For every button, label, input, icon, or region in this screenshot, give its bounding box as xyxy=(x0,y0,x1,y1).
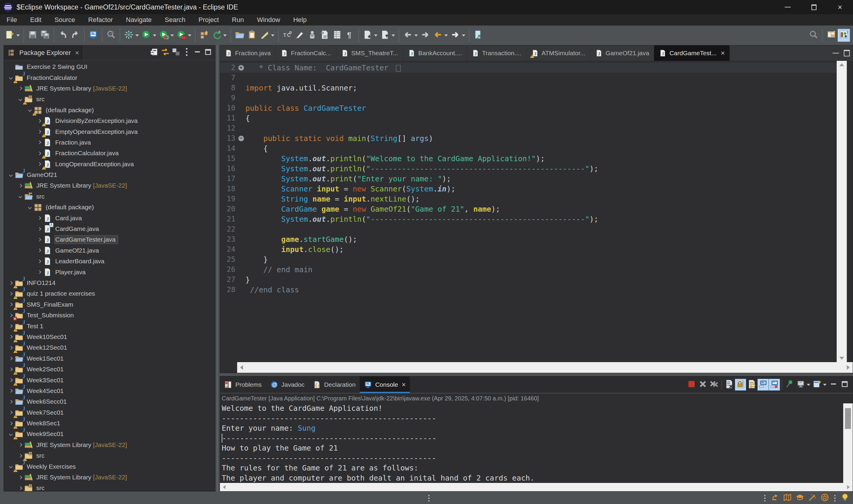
toolbar-last-edit-button[interactable] xyxy=(472,29,484,42)
tree-item-exercise-2-swing-gui[interactable]: Exercise 2 Swing GUI xyxy=(4,61,215,72)
code-editor[interactable]: 2+ * Class Name: CardGameTester 78import… xyxy=(220,61,853,362)
toolbar-doc-pair-button[interactable] xyxy=(319,29,331,42)
run-dropdown-icon[interactable] xyxy=(153,34,157,36)
tree-item-player-java[interactable]: JPlayer.java xyxy=(4,267,215,277)
tree-item--default-package-[interactable]: (default package) xyxy=(4,105,215,115)
statusbar-drag-handle[interactable] xyxy=(428,494,430,502)
chevron-right-icon[interactable] xyxy=(37,141,41,145)
tree-item-weekly-exercises[interactable]: Weekly Exercises xyxy=(4,461,215,472)
tree-item-src[interactable]: src xyxy=(4,191,215,202)
tree-item-jre-system-library-[interactable]: JRE System Library [JavaSE-22] xyxy=(4,472,215,483)
chevron-right-icon[interactable] xyxy=(18,454,22,458)
tree-item--default-package-[interactable]: (default package) xyxy=(4,202,215,213)
chevron-right-icon[interactable] xyxy=(37,238,41,241)
tree-item-info1214[interactable]: INFO1214 xyxy=(4,277,215,288)
tree-item-src[interactable]: src xyxy=(4,450,215,461)
console-terminate-button[interactable] xyxy=(686,379,697,391)
console-remove-button[interactable] xyxy=(697,379,708,391)
toolbar-up-doc-button[interactable] xyxy=(379,29,391,42)
tree-item-quiz-1-practice-exercises[interactable]: quiz 1 practice exercises xyxy=(4,288,215,299)
menu-help[interactable]: Help xyxy=(287,16,313,24)
fold-expand-icon[interactable]: + xyxy=(238,65,244,71)
tree-item-jre-system-library-[interactable]: JRE System Library [JavaSE-22] xyxy=(4,83,215,94)
scroll-left-icon[interactable] xyxy=(240,365,243,370)
editor-horizontal-scrollbar[interactable] xyxy=(237,362,853,373)
chevron-right-icon[interactable] xyxy=(9,335,13,339)
chevron-right-icon[interactable] xyxy=(9,292,13,295)
fold-collapse-icon[interactable]: − xyxy=(238,136,244,141)
chevron-right-icon[interactable] xyxy=(9,411,13,414)
menu-refactor[interactable]: Refactor xyxy=(81,16,119,24)
minimize-view-icon[interactable] xyxy=(833,53,839,53)
toolbar-doc-table-button[interactable] xyxy=(331,29,343,42)
chevron-right-icon[interactable] xyxy=(9,313,13,317)
chevron-right-icon[interactable] xyxy=(37,130,41,133)
explorer-maximize-button[interactable] xyxy=(203,48,213,58)
menu-run[interactable]: Run xyxy=(225,16,250,24)
tree-item-src[interactable]: src xyxy=(4,94,215,105)
chevron-right-icon[interactable] xyxy=(9,303,13,306)
tree-item-gameof21[interactable]: GameOf21 xyxy=(4,169,215,180)
chevron-right-icon[interactable] xyxy=(9,281,13,285)
toolbar-pen-button[interactable] xyxy=(293,29,306,42)
editor-tab-fractioncalc-[interactable]: JFractionCalc... xyxy=(276,46,336,61)
toolbar-fwd-button[interactable] xyxy=(449,29,461,42)
view-tab-javadoc[interactable]: @Javadoc xyxy=(266,376,309,393)
tree-item-longoperandexception-java[interactable]: JLongOperandException.java xyxy=(4,159,215,169)
tree-item-divisionbyzeroexception-java[interactable]: JDivisionByZeroException.java xyxy=(4,115,215,126)
up-doc-dropdown-icon[interactable] xyxy=(392,34,395,36)
console-output[interactable]: Welcome to the CardGame Application!----… xyxy=(220,403,843,483)
tree-item-week9sec01[interactable]: Week9Sec01 xyxy=(4,429,215,439)
toolbar-persp-new-button[interactable] xyxy=(825,29,838,42)
console-remove-all-button[interactable] xyxy=(708,379,720,391)
toolbar-persp-java-button[interactable]: J xyxy=(838,29,850,42)
tree-item-card-java[interactable]: JCard.java xyxy=(4,213,215,223)
tree-item-test-submission[interactable]: Test_Submission xyxy=(4,310,215,321)
toolbar-back-button[interactable] xyxy=(402,29,414,42)
toolbar-search-mag-button[interactable] xyxy=(807,29,820,42)
tree-item-week3sec01[interactable]: Week3Sec01 xyxy=(4,375,215,385)
console-maximize-button[interactable] xyxy=(839,379,850,391)
tree-item-sms-finalexam[interactable]: SMS_FinalExam xyxy=(4,299,215,310)
tree-item-week6secc01[interactable]: Week6Secc01 xyxy=(4,396,215,407)
tree-item-week10sec01[interactable]: Week10Sec01 xyxy=(4,331,215,342)
console-pin-button[interactable] xyxy=(784,379,795,391)
close-button[interactable]: × xyxy=(827,0,853,14)
editor-tab-transaction-[interactable]: JTransaction.... xyxy=(467,46,526,61)
close-view-icon[interactable]: × xyxy=(75,49,79,57)
editor-tab-cardgametest-[interactable]: JCardGameTest...× xyxy=(654,46,730,61)
chevron-right-icon[interactable] xyxy=(37,249,41,252)
chevron-right-icon[interactable] xyxy=(9,400,13,404)
toolbar-redo-button[interactable] xyxy=(69,29,81,42)
toolbar-down-doc-button[interactable] xyxy=(361,29,374,42)
chevron-down-icon[interactable] xyxy=(18,97,22,101)
scroll-right-icon[interactable] xyxy=(847,485,850,489)
explorer-focus-button[interactable] xyxy=(171,48,181,58)
panel-sash[interactable] xyxy=(216,45,220,491)
refresh-dropdown-icon[interactable] xyxy=(223,34,227,36)
maximize-button[interactable] xyxy=(801,0,827,14)
toolbar-fwd-sm-button[interactable] xyxy=(419,29,432,42)
scroll-right-icon[interactable] xyxy=(847,365,850,370)
chevron-down-icon[interactable] xyxy=(9,465,13,468)
maximize-view-icon[interactable] xyxy=(844,50,850,56)
tree-item-fractioncalculator[interactable]: FractionCalculator xyxy=(4,72,215,83)
toolbar-profile-button[interactable] xyxy=(175,29,187,42)
console-show-err-on-button[interactable] xyxy=(769,379,780,391)
chevron-down-icon[interactable] xyxy=(9,173,13,177)
toolbar-search-off-button[interactable] xyxy=(105,29,117,42)
tree-item-leaderboard-java[interactable]: JLeaderBoard.java xyxy=(4,256,215,267)
chevron-right-icon[interactable] xyxy=(18,475,22,479)
editor-tab-sms-theatret-[interactable]: JSMS_TheatreT... xyxy=(336,46,403,61)
tree-item-fractioncalculator-java[interactable]: JFractionCalculator.java xyxy=(4,148,215,159)
down-doc-dropdown-icon[interactable] xyxy=(374,34,378,36)
statusbar-bulb-button[interactable] xyxy=(839,493,851,503)
profile-dropdown-icon[interactable] xyxy=(188,34,192,36)
chevron-right-icon[interactable] xyxy=(18,443,22,447)
toolbar-gold-back-button[interactable] xyxy=(432,29,444,42)
chevron-right-icon[interactable] xyxy=(9,346,13,350)
console-show-out-on-button[interactable] xyxy=(758,379,769,391)
toolbar-new-wizard-button[interactable] xyxy=(3,29,16,42)
close-tab-icon[interactable]: × xyxy=(721,49,725,57)
console-horizontal-scrollbar[interactable] xyxy=(220,483,853,491)
